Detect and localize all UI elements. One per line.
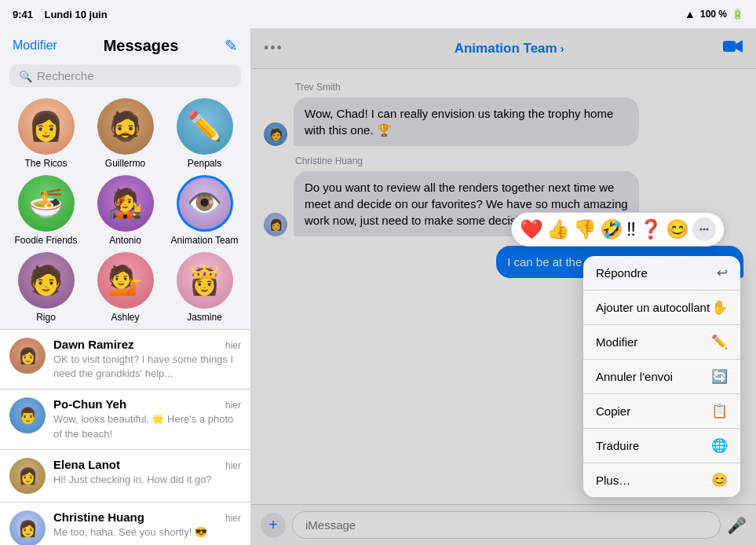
context-menu: Répondre ↩ Ajouter un autocollant ✋ Modi…	[583, 256, 740, 497]
reaction-smile[interactable]: 😊	[666, 218, 689, 240]
context-menu-copy-label: Copier	[596, 404, 630, 418]
context-menu-edit-label: Modifier	[596, 335, 637, 349]
conv-content-dawn: Dawn Ramirez hier OK to visit tonight? I…	[53, 338, 241, 381]
avatar-item-animation[interactable]: 👁️ Animation Team	[168, 175, 241, 246]
conversation-list: 👩 Dawn Ramirez hier OK to visit tonight?…	[0, 329, 250, 545]
avatar-item-guillermo[interactable]: 🧔 Guillermo	[89, 98, 162, 169]
conv-avatar-pochun: 👨	[9, 397, 46, 433]
avatar-jasmine: 👸	[177, 252, 233, 309]
reaction-heart[interactable]: ❤️	[520, 218, 543, 240]
search-placeholder: Recherche	[37, 69, 94, 82]
conv-header-christine: Christine Huang hier	[53, 510, 241, 524]
avatar-foodie: 🍜	[18, 175, 75, 232]
conv-preview-elena: Hi! Just checking in. How did it go?	[53, 473, 241, 487]
context-menu-translate[interactable]: Traduire 🌐	[583, 429, 740, 463]
compose-button[interactable]: ✎	[225, 36, 238, 55]
context-menu-more-label: Plus…	[596, 474, 630, 487]
conv-time-pochun: hier	[225, 400, 241, 411]
avatar-label-rigo: Rigo	[36, 312, 56, 323]
more-icon: 😊	[711, 472, 728, 488]
conv-name-christine: Christine Huang	[53, 510, 144, 524]
avatar-item-antonio[interactable]: 🧑‍🎤 Antonio	[89, 175, 162, 246]
unsend-icon: 🔄	[711, 368, 728, 385]
reaction-question[interactable]: ❓	[639, 218, 663, 240]
battery-label: 100 %	[700, 9, 727, 20]
conv-header-pochun: Po-Chun Yeh hier	[53, 397, 241, 411]
avatar-animation: 👁️	[177, 175, 233, 232]
avatar-item-ashley[interactable]: 💁 Ashley	[89, 252, 162, 323]
context-menu-reply[interactable]: Répondre ↩	[583, 256, 740, 291]
conv-content-pochun: Po-Chun Yeh hier Wow, looks beautiful. 🌟…	[53, 397, 241, 441]
context-menu-sticker[interactable]: Ajouter un autocollant ✋	[583, 291, 740, 325]
avatar-penpals: ✏️	[177, 98, 233, 155]
conv-preview-dawn: OK to visit tonight? I have some things …	[53, 353, 241, 381]
edit-icon: ✏️	[711, 334, 728, 350]
search-bar[interactable]: 🔍 Recherche	[9, 64, 241, 87]
status-indicators: ▲ 100 % 🔋	[685, 8, 743, 20]
svg-point-2	[700, 229, 703, 231]
reaction-bar: ❤️ 👍 👎 🤣 ‼️ ❓ 😊	[511, 212, 725, 247]
copy-icon: 📋	[711, 403, 728, 419]
conv-time-elena: hier	[225, 460, 241, 471]
search-icon: 🔍	[19, 70, 32, 82]
sidebar: Modifier Messages ✎ 🔍 Recherche 👩 The Ri…	[0, 28, 251, 545]
avatar-grid-row2: 🧑 Rigo 💁 Ashley 👸 Jasmine	[0, 252, 250, 329]
context-menu-edit[interactable]: Modifier ✏️	[583, 325, 740, 360]
avatar-label-penpals: Penpals	[188, 158, 221, 169]
conv-preview-pochun: Wow, looks beautiful. 🌟 Here's a photo o…	[53, 412, 241, 441]
reaction-exclaim[interactable]: ‼️	[626, 218, 636, 240]
context-menu-copy[interactable]: Copier 📋	[583, 394, 740, 429]
reaction-thumbsup[interactable]: 👍	[546, 218, 570, 240]
conv-name-dawn: Dawn Ramirez	[53, 338, 134, 351]
avatar-label-animation: Animation Team	[171, 235, 239, 246]
avatar-label-foodie: Foodie Friends	[14, 235, 77, 246]
reply-icon: ↩	[717, 265, 728, 281]
context-menu-translate-label: Traduire	[596, 439, 639, 452]
avatar-item-rigo[interactable]: 🧑 Rigo	[9, 252, 82, 323]
sidebar-header: Modifier Messages ✎	[0, 28, 250, 60]
modify-button[interactable]: Modifier	[13, 38, 57, 53]
conv-avatar-christine: 👩	[9, 510, 46, 545]
conv-name-elena: Elena Lanot	[53, 458, 120, 471]
status-bar: 9:41 Lundi 10 juin ▲ 100 % 🔋	[0, 0, 756, 28]
avatar-item-jasmine[interactable]: 👸 Jasmine	[168, 252, 241, 323]
conv-header-dawn: Dawn Ramirez hier	[53, 338, 241, 351]
conv-item-elena[interactable]: 👩 Elena Lanot hier Hi! Just checking in.…	[0, 450, 250, 503]
avatar-grid: 👩 The Ricos 🧔 Guillermo ✏️ Penpals 🍜	[0, 93, 250, 252]
app-container: Modifier Messages ✎ 🔍 Recherche 👩 The Ri…	[0, 28, 756, 545]
context-menu-sticker-label: Ajouter un autocollant	[596, 301, 710, 314]
conv-time-dawn: hier	[225, 340, 241, 351]
svg-point-3	[703, 229, 706, 231]
translate-icon: 🌐	[711, 437, 728, 454]
conv-content-christine: Christine Huang hier Me too, haha. See y…	[53, 510, 241, 540]
conv-item-dawn[interactable]: 👩 Dawn Ramirez hier OK to visit tonight?…	[0, 329, 250, 390]
conv-avatar-dawn: 👩	[9, 338, 46, 374]
wifi-icon: ▲	[685, 8, 696, 20]
avatar-ricos: 👩	[18, 98, 75, 155]
reaction-laugh[interactable]: 🤣	[600, 218, 623, 240]
context-menu-more[interactable]: Plus… 😊	[583, 463, 740, 497]
conv-time-christine: hier	[225, 513, 241, 524]
avatar-item-penpals[interactable]: ✏️ Penpals	[168, 98, 241, 169]
conv-item-christine[interactable]: 👩 Christine Huang hier Me too, haha. See…	[0, 503, 250, 545]
avatar-label-antonio: Antonio	[109, 235, 141, 246]
context-menu-unsend-label: Annuler l'envoi	[596, 370, 673, 383]
conv-avatar-elena: 👩	[9, 458, 46, 494]
sticker-icon: ✋	[711, 299, 728, 316]
sidebar-title: Messages	[104, 37, 179, 55]
avatar-label-guillermo: Guillermo	[105, 158, 145, 169]
context-menu-unsend[interactable]: Annuler l'envoi 🔄	[583, 360, 740, 394]
svg-point-4	[707, 229, 709, 231]
chat-panel: ••• Animation Team › Trev Smith 🧑	[251, 28, 756, 545]
context-menu-reply-label: Répondre	[596, 266, 648, 280]
avatar-label-jasmine: Jasmine	[187, 312, 222, 323]
reaction-thumbsdown[interactable]: 👎	[573, 218, 597, 240]
conv-content-elena: Elena Lanot hier Hi! Just checking in. H…	[53, 458, 241, 487]
avatar-label-ashley: Ashley	[111, 312, 139, 323]
avatar-label-ricos: The Ricos	[24, 158, 67, 169]
avatar-item-foodie[interactable]: 🍜 Foodie Friends	[9, 175, 82, 246]
avatar-item-ricos[interactable]: 👩 The Ricos	[9, 98, 82, 169]
avatar-guillermo: 🧔	[97, 98, 154, 155]
conv-item-pochun[interactable]: 👨 Po-Chun Yeh hier Wow, looks beautiful.…	[0, 390, 250, 449]
reaction-more-button[interactable]	[692, 218, 716, 241]
